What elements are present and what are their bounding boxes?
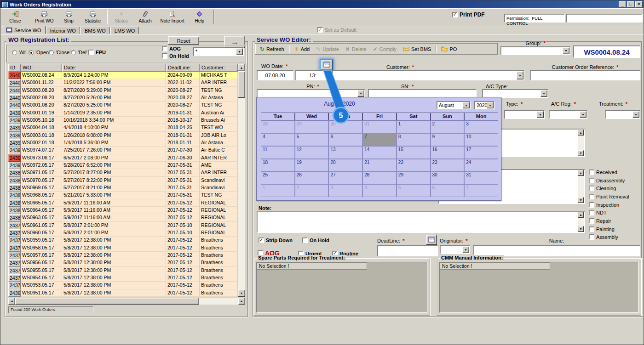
treatment-option-ndt[interactable]: NDT <box>589 209 642 217</box>
tab-service-wo[interactable]: Service WO <box>2 26 46 34</box>
scroll-down-icon[interactable]: ▼ <box>238 289 245 297</box>
calendar-day[interactable]: 6 <box>431 184 465 197</box>
tab-interior-wo[interactable]: Interior WO <box>46 27 80 34</box>
note-textarea[interactable]: ▲ ▼ <box>257 211 585 233</box>
customer-combo[interactable]: ▼ <box>332 70 524 80</box>
chevron-down-icon[interactable]: ▼ <box>487 102 494 108</box>
table-row[interactable]: 24396WS0004.04.184/4/2018 4:10:00 PM2018… <box>8 124 238 131</box>
table-row[interactable]: 24378WS0960.05.175/8/2017 2:01:00 PM2017… <box>8 229 238 237</box>
calendar-day[interactable]: 2 <box>295 184 329 197</box>
filter-fpu[interactable]: FPU <box>88 50 106 55</box>
calendar-day[interactable]: 22 <box>397 159 431 172</box>
chevron-down-icon[interactable]: ▼ <box>357 90 364 97</box>
scroll-up-icon[interactable]: ▲ <box>238 64 245 71</box>
toolbar-extra-field[interactable] <box>566 14 643 23</box>
calendar-month-combo[interactable]: August ▼ <box>437 101 471 109</box>
table-row[interactable]: 24376WS0958.05.175/8/2017 12:38:00 PM201… <box>8 244 238 252</box>
calendar-day[interactable]: 11 <box>261 146 295 159</box>
filter-all-radio[interactable] <box>12 50 17 55</box>
toolbar-button-print-wo[interactable]: Print WO <box>32 9 57 25</box>
editor-button-add[interactable]: ✳Add <box>291 45 313 53</box>
calendar-day[interactable]: 10 <box>464 133 498 146</box>
toolbar-button-help[interactable]: ?Help <box>188 9 212 25</box>
wo-date-field[interactable]: 07.08.20 <box>257 70 293 80</box>
calendar-day[interactable]: 24 <box>464 159 498 172</box>
originator-combo[interactable]: ▼ <box>440 245 470 254</box>
vscroll-thumb[interactable] <box>238 71 245 98</box>
calendar-day[interactable]: 28 <box>362 171 397 184</box>
calendar-year-combo[interactable]: 2020 ▼ <box>474 101 494 109</box>
checkbox[interactable] <box>589 210 594 215</box>
calendar-day[interactable]: 19 <box>295 159 329 172</box>
chevron-down-icon[interactable]: ▼ <box>540 90 547 97</box>
textarea-scrollbar[interactable]: ▲ ▼ <box>578 170 584 203</box>
table-row[interactable]: 24394WS0002.01.181/4/2018 5:36:00 PM2018… <box>8 139 238 147</box>
calendar-day[interactable]: 5 <box>397 184 431 197</box>
chevron-down-icon[interactable]: ▼ <box>580 111 586 118</box>
scroll-right-icon[interactable]: ► <box>238 298 245 305</box>
strip-down-option[interactable]: Strip Down <box>259 238 293 243</box>
table-row[interactable]: 24391WS0973.06.176/5/2017 2:08:00 PM2017… <box>8 154 238 162</box>
table-row[interactable]: 24390WS0972.05.175/28/2017 6:52:00 PM201… <box>8 162 238 169</box>
calendar-day[interactable]: 2 <box>431 120 465 133</box>
toolbar-button-status[interactable]: ✳Status <box>109 9 133 25</box>
checkbox[interactable] <box>589 178 594 183</box>
checkbox[interactable] <box>589 226 594 232</box>
filter-del-radio[interactable] <box>71 50 76 55</box>
table-row[interactable]: 24382WS0964.05.175/9/2017 11:16:00 AM201… <box>8 207 238 214</box>
toolbar-button-note-import[interactable]: Note Import <box>157 9 188 25</box>
calendar-day[interactable]: 5 <box>295 133 329 146</box>
reset-button[interactable]: Reset <box>168 36 199 45</box>
table-row[interactable]: 24372WS0954.05.175/8/2017 12:38:00 PM201… <box>8 274 238 282</box>
calendar-day[interactable]: 30 <box>431 171 465 184</box>
calendar-day[interactable]: 9 <box>431 133 465 146</box>
table-row[interactable]: 24379WS0961.05.175/8/2017 2:01:00 PM2017… <box>8 222 238 229</box>
table-row[interactable]: 24398WS0001.01.191/14/2019 2:35:00 PM201… <box>8 109 238 117</box>
filter-aog[interactable]: AOG <box>162 46 181 51</box>
calendar-day[interactable]: 15 <box>397 146 431 159</box>
table-row[interactable]: 24395WS0003.01.181/26/2018 6:08:00 PM201… <box>8 132 238 139</box>
editor-button-update[interactable]: ✎Update <box>313 45 342 53</box>
table-row[interactable]: 24369WS0951.05.175/8/2017 12:38:00 PM201… <box>8 289 238 297</box>
group-combo[interactable]: ▼ <box>500 46 570 55</box>
checkbox[interactable] <box>589 170 594 175</box>
calendar-day[interactable]: 25 <box>261 171 295 184</box>
scroll-down-icon[interactable]: ▼ <box>578 150 584 156</box>
table-row[interactable]: 24373WS0955.05.175/8/2017 12:38:00 PM201… <box>8 267 238 274</box>
table-row[interactable]: 24401WS0002.08.208/27/2020 5:26:00 PM202… <box>8 94 238 102</box>
chevron-down-icon[interactable]: ▼ <box>563 47 569 54</box>
treatment-combo[interactable]: ▼ <box>605 110 640 119</box>
checkbox[interactable] <box>589 186 594 191</box>
table-row[interactable]: 24388WS0970.05.175/27/2017 8:22:00 PM201… <box>8 177 238 184</box>
table-row[interactable]: 24374WS0956.05.175/8/2017 12:38:00 PM201… <box>8 259 238 266</box>
calendar-day[interactable]: 28 <box>261 120 295 133</box>
calendar-day[interactable]: 13 <box>328 146 362 159</box>
deadline-field[interactable] <box>377 245 438 256</box>
filter-close[interactable]: 'Close' <box>49 50 70 55</box>
calendar-day[interactable]: 4 <box>261 133 295 146</box>
calendar-day[interactable]: 16 <box>431 146 465 159</box>
scroll-down-icon[interactable]: ▼ <box>578 226 584 232</box>
table-row[interactable]: 24375WS0957.05.175/8/2017 12:38:00 PM201… <box>8 252 238 259</box>
filter-on-hold[interactable]: On Hold <box>162 53 189 59</box>
textarea-scrollbar[interactable]: ▲ ▼ <box>578 130 584 156</box>
filter-aog-checkbox[interactable] <box>162 46 167 51</box>
calendar-day[interactable]: 4 <box>362 184 397 197</box>
scroll-left-icon[interactable]: ◄ <box>8 298 15 305</box>
calendar-day[interactable]: 17 <box>464 146 498 159</box>
calendar-day-selected[interactable]: 7 <box>362 133 397 146</box>
textarea-scrollbar[interactable]: ▲ ▼ <box>578 212 584 232</box>
calendar-day[interactable]: 20 <box>328 159 362 172</box>
table-row[interactable]: 24387WS0969.05.175/27/2017 8:21:00 PM201… <box>8 184 238 192</box>
column-header[interactable]: Customer: <box>200 64 238 72</box>
table-row[interactable]: 25404WS0002.08.248/9/2024 1:24:00 PM2024… <box>8 72 238 79</box>
treatment-option-inspection[interactable]: Inspection <box>589 201 642 209</box>
checkbox[interactable] <box>589 202 594 208</box>
treatment-option-repair[interactable]: Repair <box>589 217 642 225</box>
close-window-button[interactable]: ✕ <box>635 1 643 7</box>
calendar-day[interactable]: 3 <box>464 120 498 133</box>
calendar-day[interactable]: 21 <box>362 159 397 172</box>
print-pdf-checkbox[interactable] <box>452 12 458 17</box>
table-row[interactable]: 24389WS0971.05.175/27/2017 8:27:00 PM201… <box>8 169 238 176</box>
calendar-day[interactable]: 14 <box>362 146 397 159</box>
